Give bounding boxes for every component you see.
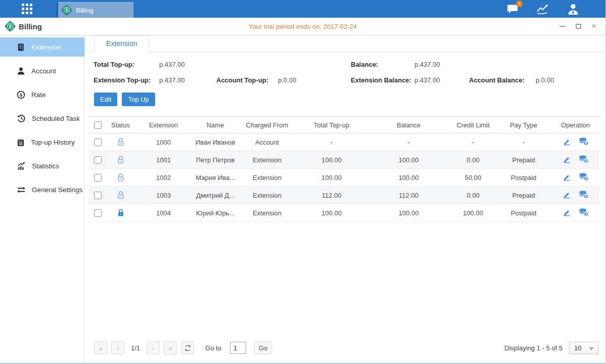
balance-value: p.437.00 <box>414 59 469 70</box>
account-topup-value: p.0.00 <box>278 75 351 86</box>
lock-open-icon <box>117 155 125 164</box>
row-edit-icon[interactable] <box>563 173 571 181</box>
row-checkbox[interactable] <box>94 209 102 217</box>
titlebar: $ Billing Your trial period ends on: 201… <box>0 18 605 35</box>
first-page-button[interactable]: « <box>94 341 107 354</box>
row-checkbox[interactable] <box>94 192 102 199</box>
total-topup-cell: 100.00 <box>296 169 367 187</box>
row-topup-icon[interactable]: $ <box>579 190 589 199</box>
table-row: 1001Петр ПетровExtension100.00100.000.00… <box>89 151 599 169</box>
balance-cell: 112.00 <box>367 187 450 204</box>
pagination-bar: « ‹ 1/1 › » Go to Go <box>85 341 605 363</box>
sidebar-item-topup-history[interactable]: Top-up History <box>0 132 84 152</box>
sidebar-item-extension[interactable]: Extension <box>0 37 84 57</box>
operation-cell: $ <box>551 169 599 187</box>
topbar: $ Billing ! <box>0 0 605 18</box>
name-cell: Мария Ива... <box>193 169 238 187</box>
status-cell <box>107 151 134 169</box>
row-topup-icon[interactable]: $ <box>579 137 589 146</box>
charged-from-cell: Extension <box>238 151 296 169</box>
sidebar-item-label: Account <box>31 67 56 75</box>
lock-closed-icon <box>117 208 125 217</box>
sidebar-item-general-settings[interactable]: General Settings <box>0 180 84 199</box>
tabbar: Extension <box>85 35 605 52</box>
account-balance-value: p.0.00 <box>536 75 605 86</box>
row-checkbox[interactable] <box>94 139 102 146</box>
goto-page-input[interactable] <box>230 342 246 354</box>
minimize-button[interactable] <box>559 23 566 30</box>
topbar-actions: ! <box>505 3 605 16</box>
col-status: Status <box>107 117 134 133</box>
table-row: 1003Дмитрий Д...Extension112.00112.000.0… <box>89 187 599 204</box>
col-name: Name <box>193 117 238 133</box>
tab-extension[interactable]: Extension <box>94 35 149 52</box>
last-page-button[interactable]: » <box>164 341 177 354</box>
prev-page-button[interactable]: ‹ <box>111 341 124 354</box>
sidebar-item-scheduled-task[interactable]: Scheduled Task <box>0 109 84 128</box>
next-page-button[interactable]: › <box>147 341 160 354</box>
account-balance-label: Account Balance: <box>469 75 536 86</box>
row-topup-icon[interactable]: $ <box>579 208 589 216</box>
sidebar-item-rate[interactable]: $ Rate <box>0 85 84 104</box>
row-topup-icon[interactable]: $ <box>579 155 589 163</box>
table-row: 1000Иван ИвановAccount---- $ <box>89 133 599 151</box>
charged-from-cell: Extension <box>238 169 296 187</box>
main-content: Extension Total Top-up: p.437.00 Balance… <box>85 35 605 363</box>
refresh-button[interactable] <box>181 341 194 354</box>
lock-open-icon <box>117 138 125 147</box>
row-edit-icon[interactable] <box>563 191 571 199</box>
go-button[interactable]: Go <box>254 341 272 354</box>
row-topup-icon[interactable]: $ <box>579 172 589 181</box>
name-cell: Дмитрий Д... <box>193 187 238 204</box>
credit-limit-cell: 0.00 <box>450 151 496 169</box>
select-all-checkbox[interactable] <box>94 121 102 129</box>
svg-text:$: $ <box>585 159 587 163</box>
sidebar-item-statistics[interactable]: Statistics <box>0 156 84 175</box>
row-checkbox[interactable] <box>94 156 102 164</box>
sidebar-item-label: Statistics <box>32 162 59 170</box>
user-menu-button[interactable] <box>566 3 580 16</box>
billing-app-icon: $ <box>62 5 72 15</box>
table-row: 1004Юрий Юрь...Extension100.00100.00100.… <box>89 204 599 222</box>
titlebar-app: $ Billing <box>0 21 42 31</box>
page-title: Billing <box>19 22 42 31</box>
balance-cell: 100.00 <box>367 169 450 187</box>
dollar-circle-icon: $ <box>17 90 25 99</box>
taskbar-tab-billing[interactable]: $ Billing <box>57 2 133 18</box>
col-credit-limit: Credit Limit <box>450 117 496 133</box>
table-header-row: Status Extension Name Charged From Total… <box>89 117 599 133</box>
sidebar-item-account[interactable]: Account <box>0 61 84 80</box>
row-edit-icon[interactable] <box>563 138 571 146</box>
statistics-shortcut-button[interactable] <box>536 3 550 16</box>
extension-topup-value: p.437.00 <box>159 75 216 86</box>
table-row: 1002Мария Ива...Extension100.00100.0050.… <box>89 169 599 187</box>
bar-chart-icon <box>17 162 26 170</box>
name-cell: Иван Иванов <box>193 133 238 151</box>
operation-cell: $ <box>551 204 599 222</box>
row-edit-icon[interactable] <box>563 155 571 163</box>
billing-summary: Total Top-up: p.437.00 Balance: p.437.00… <box>85 52 605 86</box>
app-grid-button[interactable] <box>18 1 35 18</box>
credit-limit-cell: 100.00 <box>450 204 496 222</box>
extension-cell: 1004 <box>134 204 193 222</box>
row-edit-icon[interactable] <box>563 208 571 216</box>
notification-badge: ! <box>516 1 523 7</box>
maximize-button[interactable] <box>575 23 582 30</box>
page-indicator: 1/1 <box>131 344 140 352</box>
row-checkbox[interactable] <box>94 174 102 181</box>
sidebar-item-label: Rate <box>31 91 46 99</box>
status-cell <box>107 204 134 222</box>
charged-from-cell: Extension <box>238 187 296 204</box>
page-size-select[interactable]: 10 <box>569 342 598 354</box>
sidebar-item-label: Extension <box>31 43 61 51</box>
total-topup-label: Total Top-up: <box>94 59 159 70</box>
extension-balance-value: p.437.00 <box>414 75 469 86</box>
close-button[interactable]: × <box>590 23 597 30</box>
balance-cell: 100.00 <box>367 151 450 169</box>
user-icon <box>567 3 580 15</box>
notifications-button[interactable]: ! <box>505 3 520 16</box>
top-up-button[interactable]: Top Up <box>122 93 155 106</box>
pay-type-cell: Postpaid <box>496 169 551 187</box>
edit-button[interactable]: Edit <box>94 93 117 106</box>
lock-open-icon <box>117 173 125 182</box>
